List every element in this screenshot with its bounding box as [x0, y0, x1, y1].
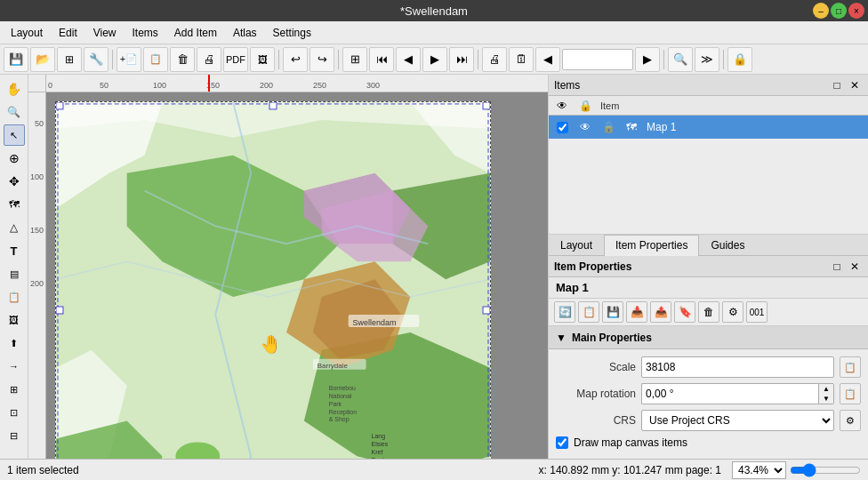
- tab-layout[interactable]: Layout: [549, 235, 604, 255]
- clear-button[interactable]: 🗑: [698, 301, 719, 323]
- maximize-button[interactable]: □: [831, 3, 847, 19]
- window-controls: – □ ×: [813, 3, 864, 19]
- zoom-slider[interactable]: [790, 465, 861, 476]
- canvas-area[interactable]: 0 50 100 150 200 250 300 50 100 150 200: [28, 75, 548, 459]
- export-pdf-button[interactable]: PDF: [223, 47, 248, 72]
- scale-row: Scale 📋: [556, 356, 861, 378]
- svg-text:Elsies: Elsies: [372, 441, 389, 447]
- select-tool-button[interactable]: ↖: [4, 124, 25, 146]
- menu-layout[interactable]: Layout: [4, 25, 50, 41]
- open-template-button[interactable]: ⊞: [57, 47, 82, 72]
- delete-page-button[interactable]: 🗑: [170, 47, 195, 72]
- save-button[interactable]: 💾: [4, 47, 28, 72]
- tab-guides[interactable]: Guides: [699, 235, 756, 255]
- svg-text:Borriebou: Borriebou: [329, 385, 356, 391]
- atlas-number-button[interactable]: 001: [746, 301, 768, 323]
- draw-canvas-checkbox[interactable]: [556, 436, 568, 449]
- add-scalebar-button[interactable]: ▤: [4, 263, 25, 284]
- zoom-in-button[interactable]: 🔍: [668, 47, 693, 72]
- preview-button[interactable]: 📋: [578, 301, 599, 323]
- last-page-button[interactable]: ⏭: [449, 47, 474, 72]
- atlas-feature-input[interactable]: [562, 49, 633, 70]
- properties-button[interactable]: 🔧: [84, 47, 108, 72]
- open-button[interactable]: 📂: [30, 47, 55, 72]
- atlas-settings-button[interactable]: 🗓: [509, 47, 534, 72]
- minimize-button[interactable]: –: [813, 3, 829, 19]
- prev-page-button[interactable]: ◀: [396, 47, 421, 72]
- undo-button[interactable]: ↩: [283, 47, 308, 72]
- section-collapse-icon: ▼: [556, 332, 567, 344]
- close-button[interactable]: ×: [848, 3, 864, 19]
- menu-items[interactable]: Items: [125, 25, 165, 41]
- refresh-button[interactable]: 🔄: [554, 301, 575, 323]
- row-lock-map1[interactable]: 🔒: [600, 121, 616, 133]
- svg-text:& Shop: & Shop: [329, 416, 350, 423]
- scale-copy-button[interactable]: 📋: [840, 356, 861, 378]
- menu-bar: Layout Edit View Items Add Item Atlas Se…: [0, 21, 868, 44]
- rotation-copy-button[interactable]: 📋: [840, 383, 861, 404]
- items-row-checkbox[interactable]: [554, 119, 570, 135]
- add-attribute-button[interactable]: ⊟: [4, 425, 25, 446]
- add-legend-button[interactable]: 📋: [4, 286, 25, 308]
- crs-label: CRS: [556, 414, 636, 427]
- export-image-button[interactable]: 🖼: [250, 47, 275, 72]
- status-selected-count: 1 item selected: [7, 464, 528, 476]
- toolbar-separator-1: [112, 50, 113, 69]
- items-panel-close-button[interactable]: ✕: [847, 77, 863, 93]
- crs-select[interactable]: Use Project CRS: [641, 410, 834, 431]
- tab-item-properties[interactable]: Item Properties: [604, 235, 699, 256]
- lock-button[interactable]: 🔒: [727, 47, 752, 72]
- props-close-button[interactable]: ✕: [847, 259, 863, 275]
- toolbar-separator-4: [478, 50, 478, 69]
- map-rotation-up[interactable]: ▲: [819, 384, 833, 394]
- atlas-next-button[interactable]: ▶: [635, 47, 660, 72]
- main-properties-section-header[interactable]: ▼ Main Properties: [549, 326, 868, 349]
- zoom-all-button[interactable]: ⊞: [342, 47, 367, 72]
- svg-text:Barrydale: Barrydale: [317, 362, 349, 370]
- row-checkbox-map1[interactable]: [557, 122, 568, 133]
- move-content-button[interactable]: ✥: [4, 171, 25, 192]
- map-rotation-down[interactable]: ▼: [819, 394, 833, 404]
- add-north-button[interactable]: ⬆: [4, 332, 25, 354]
- scale-input[interactable]: [641, 356, 834, 378]
- items-panel-expand-button[interactable]: □: [829, 77, 845, 93]
- first-page-button[interactable]: ⏮: [369, 47, 394, 72]
- map-rotation-input[interactable]: [641, 383, 818, 404]
- print-button[interactable]: 🖨: [197, 47, 221, 72]
- zoom-tool-button[interactable]: 🔍: [4, 101, 25, 123]
- properties-panel-header: Item Properties □ ✕: [549, 256, 868, 277]
- menu-view[interactable]: View: [86, 25, 124, 41]
- items-row-map1[interactable]: 👁 🔒 🗺 Map 1: [549, 116, 868, 139]
- props-expand-button[interactable]: □: [829, 259, 845, 275]
- add-table-button[interactable]: ⊞: [4, 379, 25, 400]
- atlas-print-button[interactable]: 🖨: [482, 47, 507, 72]
- draw-canvas-row: Draw map canvas items: [556, 436, 861, 449]
- add-text-button[interactable]: T: [4, 240, 25, 261]
- menu-edit[interactable]: Edit: [52, 25, 84, 41]
- add-shape-button[interactable]: △: [4, 217, 25, 238]
- redo-button[interactable]: ↪: [309, 47, 334, 72]
- duplicate-button[interactable]: 📋: [143, 47, 168, 72]
- atlas-prev-button[interactable]: ◀: [535, 47, 560, 72]
- pan-tool-button[interactable]: ✋: [4, 78, 25, 100]
- atlas-save-button[interactable]: 💾: [602, 301, 623, 323]
- next-page-button[interactable]: ▶: [422, 47, 447, 72]
- menu-add-item[interactable]: Add Item: [167, 25, 224, 41]
- zoom-layer-button[interactable]: 📤: [650, 301, 671, 323]
- add-html-button[interactable]: ⊡: [4, 402, 25, 423]
- node-tool-button[interactable]: ⊕: [4, 148, 25, 169]
- more-button[interactable]: ≫: [695, 47, 719, 72]
- window-title: *Swellendam: [400, 4, 468, 18]
- menu-settings[interactable]: Settings: [266, 25, 318, 41]
- add-map-button[interactable]: 🗺: [4, 194, 25, 215]
- add-pages-button[interactable]: +📄: [117, 47, 141, 72]
- add-arrow-button[interactable]: →: [4, 356, 25, 377]
- row-eye-map1[interactable]: 👁: [577, 121, 593, 133]
- add-image-button[interactable]: 🖼: [4, 309, 25, 331]
- settings-btn[interactable]: ⚙: [722, 301, 743, 323]
- zoom-level-select[interactable]: 43.4% 25% 50% 75% 100% 150% 200%: [732, 461, 786, 479]
- crs-settings-button[interactable]: ⚙: [840, 410, 861, 431]
- zoom-extent-button[interactable]: 📥: [626, 301, 647, 323]
- bookmark-button[interactable]: 🔖: [674, 301, 695, 323]
- menu-atlas[interactable]: Atlas: [226, 25, 264, 41]
